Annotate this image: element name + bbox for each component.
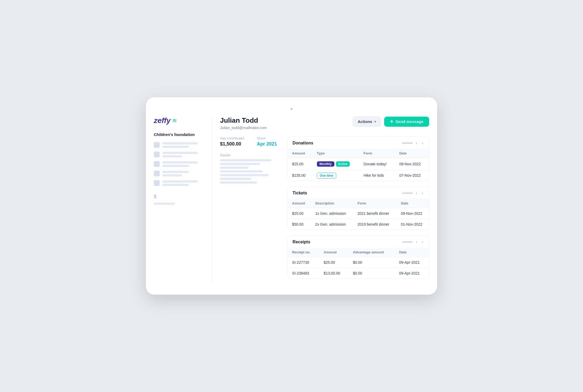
- ticket-amount: $25.00: [288, 208, 311, 219]
- donation-date: 07-Nov-2022: [395, 170, 429, 181]
- stats-row: Has contributed $1,500.00 Since Apr 2021: [220, 136, 277, 147]
- send-icon: ✈: [390, 119, 393, 124]
- col-amount: Amount: [320, 248, 349, 257]
- list-item: [154, 161, 207, 167]
- detail-line: [220, 167, 249, 169]
- receipts-card-header: Receipts ‹ ›: [288, 235, 429, 248]
- header-actions: Actions ▾ ✈ Send message: [353, 116, 429, 127]
- col-advantage: Advantage amount: [349, 248, 395, 257]
- ticket-amount: $50.00: [288, 219, 311, 230]
- col-form: Form: [353, 199, 397, 208]
- receipt-advantage: $0.00: [349, 257, 395, 268]
- table-row: $50.00 2x Gen. admission 2019 benefit di…: [288, 219, 429, 230]
- nav-bar: [402, 193, 413, 194]
- cards-area: Donations ‹ › Amount Type: [288, 136, 429, 279]
- col-date: Date: [395, 248, 429, 257]
- stats-details-row: Has contributed $1,500.00 Since Apr 2021…: [220, 136, 429, 279]
- receipts-next-button[interactable]: ›: [421, 239, 424, 245]
- ticket-date: 09-Nov-2022: [397, 208, 429, 219]
- table-row: $135.00 One time Hike for kids 07-Nov-20…: [288, 170, 429, 181]
- send-label: Send message: [396, 119, 423, 124]
- list-item: [154, 142, 207, 148]
- col-form: Form: [359, 149, 395, 158]
- donations-prev-button[interactable]: ‹: [415, 140, 418, 146]
- org-name: Children's foundation: [154, 132, 207, 137]
- details-label: Details: [220, 153, 277, 157]
- receipts-card: Receipts ‹ › Receipt no. Am: [288, 235, 429, 279]
- send-message-button[interactable]: ✈ Send message: [384, 117, 429, 127]
- detail-line: [220, 170, 263, 172]
- table-row: $25.00 1x Gen. admission 2021 benefit di…: [288, 208, 429, 219]
- nav-bar: [402, 241, 413, 243]
- receipts-header-row: Receipt no. Amount Advantage amount Date: [288, 248, 429, 257]
- skel-line: [162, 146, 189, 148]
- skel-line: [162, 152, 198, 154]
- avatar-skel: [154, 142, 160, 148]
- skel-lines: [162, 171, 207, 176]
- main-content: Julian Todd Julian_todd@mailinator.com A…: [212, 116, 429, 284]
- actions-button[interactable]: Actions ▾: [353, 116, 381, 127]
- device-frame: zeffy ≋ Children's foundation: [146, 97, 437, 295]
- donation-date: 09-Nov-2022: [395, 158, 429, 170]
- donation-type: One time: [313, 170, 360, 181]
- skel-line: [162, 171, 189, 173]
- col-receipt-no: Receipt no.: [288, 248, 319, 257]
- stats-section: Has contributed $1,500.00 Since Apr 2021…: [220, 136, 277, 279]
- donations-title: Donations: [293, 141, 313, 145]
- avatar-skel: [154, 180, 160, 186]
- skel-line: [162, 161, 198, 163]
- tickets-nav: ‹ ›: [402, 190, 424, 196]
- donations-next-button[interactable]: ›: [421, 140, 424, 146]
- onetime-badge: One time: [317, 173, 336, 179]
- ticket-description: 2x Gen. admission: [311, 219, 353, 230]
- user-name: Julian Todd: [220, 116, 267, 125]
- col-type: Type: [313, 149, 360, 158]
- receipt-amount: $13,00.00: [320, 268, 349, 279]
- list-item: [154, 152, 207, 157]
- contributed-label: Has contributed: [220, 136, 244, 140]
- contributed-value: $1,500.00: [220, 141, 244, 147]
- tickets-title: Tickets: [293, 191, 307, 195]
- avatar-skel: [154, 161, 160, 167]
- donations-nav: ‹ ›: [402, 140, 424, 146]
- donation-amount: $135.00: [288, 170, 313, 181]
- donation-amount: $25.00: [288, 158, 313, 170]
- ticket-description: 1x Gen. admission: [311, 208, 353, 219]
- table-row: SI-227730 $25.00 $0.00 09-Apr-2021: [288, 257, 429, 268]
- skel-line: [162, 165, 189, 167]
- donations-table: Amount Type Form Date $25.00: [288, 149, 429, 181]
- donations-card-header: Donations ‹ ›: [288, 136, 429, 149]
- tickets-next-button[interactable]: ›: [421, 190, 424, 196]
- list-item: [154, 180, 207, 186]
- skel-line: [162, 180, 198, 183]
- receipts-nav: ‹ ›: [402, 239, 424, 245]
- receipt-no: SI-227730: [288, 257, 319, 268]
- detail-line: [220, 181, 257, 184]
- tickets-table: Amount Description Form Date $25.00 1x G…: [288, 199, 429, 230]
- receipts-table: Receipt no. Amount Advantage amount Date…: [288, 248, 429, 279]
- detail-skels: [220, 159, 277, 184]
- donation-form: Donate today!: [359, 158, 395, 170]
- skel-line: [162, 174, 182, 176]
- receipt-date: 09-Apr-2021: [395, 268, 429, 279]
- list-item: [154, 171, 207, 176]
- contributed-stat: Has contributed $1,500.00: [220, 136, 244, 147]
- since-label: Since: [257, 136, 277, 140]
- receipt-no: SI-238483: [288, 268, 319, 279]
- donation-type: Monthly Active: [313, 158, 360, 170]
- avatar-skel: [154, 152, 160, 157]
- page-header: Julian Todd Julian_todd@mailinator.com A…: [220, 116, 429, 130]
- receipt-amount: $25.00: [320, 257, 349, 268]
- sidebar-footer: $: [154, 194, 207, 199]
- logo-icon: ≋: [172, 117, 177, 124]
- user-email: Julian_todd@mailinator.com: [220, 126, 267, 130]
- since-value: Apr 2021: [257, 141, 277, 147]
- dollar-icon: $: [154, 194, 156, 199]
- receipts-prev-button[interactable]: ‹: [415, 239, 418, 245]
- skel-lines: [162, 180, 207, 186]
- ticket-form: 2021 benefit dinner: [353, 208, 397, 219]
- monthly-badge: Monthly: [317, 161, 334, 167]
- ticket-form: 2019 benefit dinner: [353, 219, 397, 230]
- table-row: SI-238483 $13,00.00 $0.00 09-Apr-2021: [288, 268, 429, 279]
- tickets-prev-button[interactable]: ‹: [415, 190, 418, 196]
